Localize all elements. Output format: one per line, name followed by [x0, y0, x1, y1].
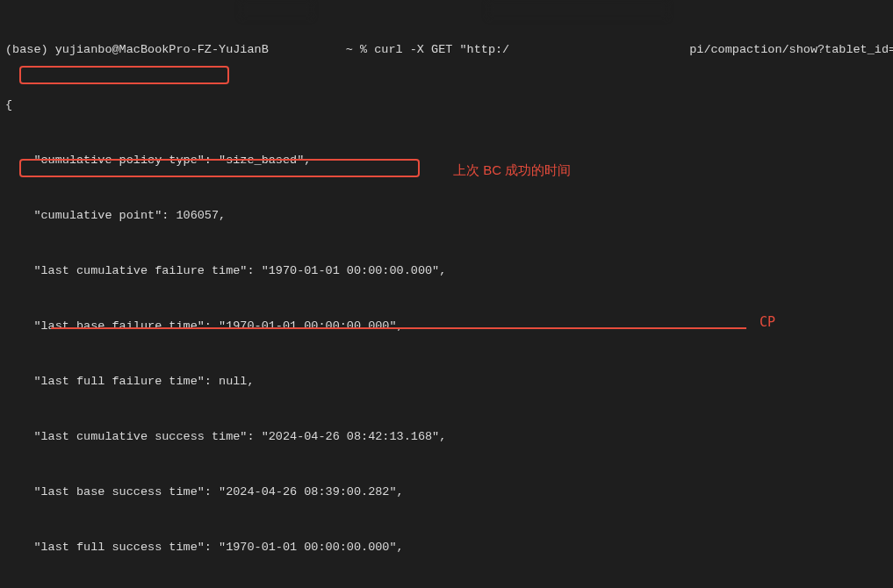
json-last-full-success-time: "last full success time": "1970-01-01 00…: [5, 538, 888, 556]
redacted-host: [241, 2, 312, 18]
json-last-base-success-time: "last base success time": "2024-04-26 08…: [5, 483, 888, 501]
redacted-url: [488, 2, 667, 18]
json-last-cumulative-failure-time: "last cumulative failure time": "1970-01…: [5, 262, 888, 280]
json-last-full-failure-time: "last full failure time": null,: [5, 372, 888, 391]
json-cumulative-point: "cumulative point": 106057,: [5, 206, 888, 225]
json-last-base-failure-time: "last base failure time": "1970-01-01 00…: [5, 317, 888, 335]
json-last-cumulative-success-time: "last cumulative success time": "2024-04…: [5, 427, 888, 446]
prompt-line: (base) yujianbo@MacBookPro-FZ-YuJianB ~ …: [5, 40, 888, 59]
json-open: {: [5, 96, 888, 114]
prompt-prefix: (base) yujianbo@MacBookPro-FZ-YuJianB: [5, 43, 269, 56]
prompt-suffix: pi/compaction/show?tablet_id=9025274": [689, 43, 893, 56]
terminal-output[interactable]: (base) yujianbo@MacBookPro-FZ-YuJianB ~ …: [0, 0, 893, 588]
json-cumulative-policy-type: "cumulative policy type": "size_based",: [5, 151, 888, 169]
prompt-mid: ~ % curl -X GET "http:/: [339, 43, 509, 56]
